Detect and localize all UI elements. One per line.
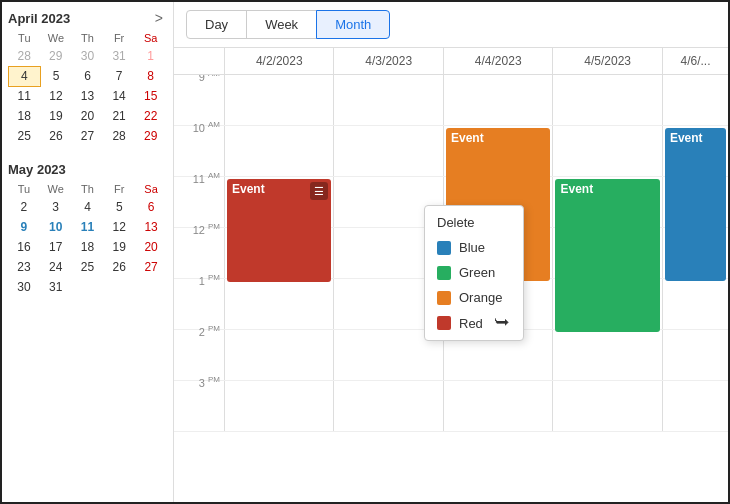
may-day[interactable]: 17	[40, 237, 72, 257]
cell-2pm-d4[interactable]	[552, 330, 661, 380]
apr-day-today[interactable]: 4	[9, 66, 41, 86]
apr-day[interactable]: 30	[72, 46, 104, 66]
cell-3pm-d2[interactable]	[333, 381, 442, 431]
may-day[interactable]: 18	[72, 237, 104, 257]
apr-day[interactable]: 21	[103, 106, 135, 126]
event-blue-label: Event	[670, 131, 703, 145]
cell-1pm-d5[interactable]	[662, 279, 728, 329]
cell-3pm-d3[interactable]	[443, 381, 552, 431]
apr-day[interactable]: 31	[103, 46, 135, 66]
apr-day[interactable]: 27	[72, 126, 104, 146]
april-mini-calendar: April 2023 > Tu We Th Fr Sa 28 29 30 31	[8, 10, 167, 146]
cells-9am	[224, 75, 728, 125]
blue-label: Blue	[459, 240, 485, 255]
cell-11am-d1[interactable]: Event ☰	[224, 177, 333, 227]
may-grid: Tu We Th Fr Sa 2 3 4 5 6 9 10	[8, 181, 167, 297]
col-fr: Fr	[103, 30, 135, 46]
context-menu-green[interactable]: Green	[425, 260, 523, 285]
apr-day[interactable]: 29	[40, 46, 72, 66]
orange-dot	[437, 291, 451, 305]
day-header-1: 4/2/2023	[224, 48, 333, 74]
event-blue[interactable]: Event	[665, 128, 726, 281]
apr-day[interactable]: 12	[40, 86, 72, 106]
cell-9am-d3[interactable]	[443, 75, 552, 125]
apr-day[interactable]: 19	[40, 106, 72, 126]
event-orange-label: Event	[451, 131, 484, 145]
may-day[interactable]: 10	[40, 217, 72, 237]
apr-day[interactable]: 14	[103, 86, 135, 106]
cell-3pm-d4[interactable]	[552, 381, 661, 431]
context-menu-delete[interactable]: Delete	[425, 210, 523, 235]
cell-9am-d2[interactable]	[333, 75, 442, 125]
col-we: We	[40, 181, 72, 197]
apr-day[interactable]: 8	[135, 66, 167, 86]
apr-day[interactable]: 7	[103, 66, 135, 86]
cell-11am-d4[interactable]: Event	[552, 177, 661, 227]
may-day[interactable]: 16	[8, 237, 40, 257]
apr-day[interactable]: 5	[40, 66, 72, 86]
may-day[interactable]: 13	[135, 217, 167, 237]
may-day[interactable]: 30	[8, 277, 40, 297]
cell-1pm-d1[interactable]	[224, 279, 333, 329]
time-label-12pm: 12 PM	[174, 220, 224, 270]
april-next-btn[interactable]: >	[151, 10, 167, 26]
apr-day[interactable]: 11	[9, 86, 41, 106]
month-view-button[interactable]: Month	[316, 10, 390, 39]
context-menu-red[interactable]: Red ⮩	[425, 310, 523, 336]
apr-day[interactable]: 25	[9, 126, 41, 146]
day-header-2: 4/3/2023	[333, 48, 442, 74]
may-day[interactable]: 25	[72, 257, 104, 277]
apr-day[interactable]: 18	[9, 106, 41, 126]
left-panel: April 2023 > Tu We Th Fr Sa 28 29 30 31	[2, 2, 174, 502]
cell-3pm-d5[interactable]	[662, 381, 728, 431]
apr-day[interactable]: 6	[72, 66, 104, 86]
may-day[interactable]: 27	[135, 257, 167, 277]
may-day[interactable]: 9	[8, 217, 40, 237]
may-day[interactable]: 4	[72, 197, 104, 217]
may-day[interactable]: 26	[103, 257, 135, 277]
cell-2pm-d1[interactable]	[224, 330, 333, 380]
apr-day[interactable]: 29	[135, 126, 167, 146]
cell-2pm-d5[interactable]	[662, 330, 728, 380]
cell-10am-d4[interactable]	[552, 126, 661, 176]
apr-day[interactable]: 1	[135, 46, 167, 66]
apr-day[interactable]: 20	[72, 106, 104, 126]
apr-day[interactable]: 28	[9, 46, 41, 66]
apr-day[interactable]: 13	[72, 86, 104, 106]
may-day[interactable]: 12	[103, 217, 135, 237]
may-day[interactable]: 31	[40, 277, 72, 297]
may-day[interactable]: 23	[8, 257, 40, 277]
cell-9am-d4[interactable]	[552, 75, 661, 125]
may-day[interactable]: 5	[103, 197, 135, 217]
apr-day[interactable]: 22	[135, 106, 167, 126]
may-day[interactable]: 11	[72, 217, 104, 237]
may-day[interactable]: 3	[40, 197, 72, 217]
context-menu-blue[interactable]: Blue	[425, 235, 523, 260]
may-day[interactable]: 24	[40, 257, 72, 277]
cell-10am-d2[interactable]	[333, 126, 442, 176]
cell-10am-d3[interactable]: Event	[443, 126, 552, 176]
context-menu-orange[interactable]: Orange	[425, 285, 523, 310]
cell-3pm-d1[interactable]	[224, 381, 333, 431]
calendar-body[interactable]: 9 AM 10 AM Event	[174, 75, 728, 502]
day-view-button[interactable]: Day	[186, 10, 247, 39]
event-red[interactable]: Event ☰	[227, 179, 331, 282]
green-dot	[437, 266, 451, 280]
may-day[interactable]: 6	[135, 197, 167, 217]
right-panel: Day Week Month 4/2/2023 4/3/2023 4/4/202…	[174, 2, 728, 502]
apr-day[interactable]: 26	[40, 126, 72, 146]
event-menu-button[interactable]: ☰	[310, 182, 328, 200]
cell-9am-d1[interactable]	[224, 75, 333, 125]
week-view-button[interactable]: Week	[246, 10, 317, 39]
april-grid: Tu We Th Fr Sa 28 29 30 31 1 4 5	[8, 30, 167, 146]
time-label-1pm: 1 PM	[174, 271, 224, 321]
may-day[interactable]: 2	[8, 197, 40, 217]
may-day[interactable]: 20	[135, 237, 167, 257]
cell-9am-d5[interactable]	[662, 75, 728, 125]
cell-10am-d1[interactable]	[224, 126, 333, 176]
may-day[interactable]: 19	[103, 237, 135, 257]
apr-day[interactable]: 28	[103, 126, 135, 146]
apr-day[interactable]: 15	[135, 86, 167, 106]
event-green[interactable]: Event	[555, 179, 659, 332]
cell-10am-d5[interactable]: Event	[662, 126, 728, 176]
